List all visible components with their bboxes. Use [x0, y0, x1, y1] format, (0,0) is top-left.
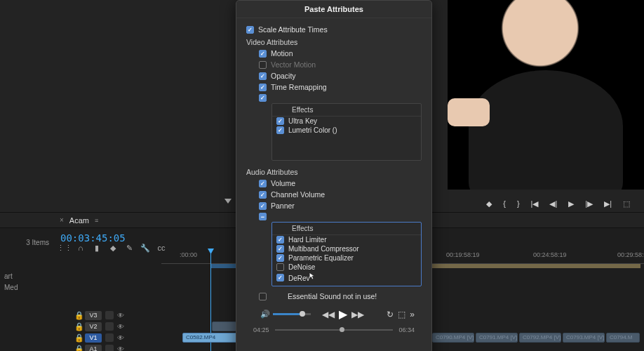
clip[interactable] — [212, 322, 236, 331]
lock-icon[interactable]: 🔒 — [74, 345, 81, 352]
effect-label: Parametric Equalizer — [288, 254, 354, 262]
track-label[interactable]: V2 — [85, 322, 102, 331]
link-icon[interactable]: ∩ — [76, 244, 85, 252]
effect-checkbox[interactable] — [276, 126, 284, 134]
play-button[interactable]: ▶ — [339, 307, 347, 321]
more-icon[interactable]: » — [410, 310, 415, 319]
clip[interactable]: C0794.M — [606, 333, 640, 343]
volume-slider[interactable]: 🔊 — [253, 310, 318, 319]
lock-icon[interactable]: 🔒 — [74, 311, 81, 320]
clip[interactable]: C0793.MP4 [V] — [563, 333, 605, 343]
dialog-title: Paste Attributes — [236, 1, 431, 18]
mute-toggle[interactable] — [105, 311, 114, 319]
eye-icon[interactable]: 👁 — [117, 334, 124, 342]
fastfwd-icon[interactable]: ▶▶ — [351, 310, 364, 319]
seek-slider[interactable] — [275, 329, 394, 331]
seek-duration: 06:34 — [398, 326, 415, 333]
clip[interactable]: C0582.MP4 — [182, 333, 237, 343]
ruler-tick: 00:24:58:19 — [533, 251, 567, 258]
essential-sound-checkbox[interactable] — [259, 293, 267, 300]
track-label[interactable]: V3 — [85, 311, 102, 320]
tab-menu-icon[interactable]: ≡ — [95, 217, 98, 224]
selection-range — [210, 264, 236, 268]
video-effects-checkbox[interactable] — [259, 94, 267, 102]
effect-label: Lumetri Color () — [288, 126, 337, 134]
program-monitor — [448, 0, 644, 190]
add-marker-icon[interactable]: ◆ — [486, 199, 492, 208]
ruler-tick: 00:19:58:19 — [446, 251, 480, 258]
panner-label: Panner — [271, 201, 295, 210]
audio-effects-checkbox[interactable] — [259, 213, 267, 220]
timeline-tools: ⋮⋮ ∩ ▮ ◆ ✎ 🔧 cc — [60, 244, 166, 252]
panner-checkbox[interactable] — [259, 202, 267, 210]
effect-checkbox[interactable] — [276, 236, 284, 244]
vector-motion-label: Vector Motion — [271, 60, 316, 69]
export-frame-icon[interactable]: ⬚ — [623, 199, 630, 208]
work-area-bar[interactable] — [430, 264, 640, 268]
settings-icon[interactable]: ✎ — [125, 244, 133, 252]
mute-toggle[interactable] — [105, 333, 114, 342]
eye-icon[interactable]: 👁 — [117, 312, 124, 319]
in-point-icon[interactable]: { — [503, 199, 506, 208]
vector-motion-checkbox[interactable] — [259, 61, 267, 69]
mute-toggle[interactable] — [105, 322, 114, 331]
volume-label: Volume — [271, 179, 295, 187]
channel-volume-checkbox[interactable] — [259, 191, 267, 199]
effect-label: Ultra Key — [288, 117, 317, 125]
seek-current: 04:25 — [253, 326, 269, 333]
video-attributes-heading: Video Attributes — [246, 35, 422, 48]
step-back-icon[interactable]: ◀| — [549, 199, 557, 208]
time-remapping-checkbox[interactable] — [259, 84, 267, 91]
opacity-label: Opacity — [271, 72, 296, 80]
video-effects-box: Effects Ultra KeyLumetri Color () — [271, 103, 422, 161]
rewind-icon[interactable]: ◀◀ — [322, 310, 335, 319]
eye-icon[interactable]: 👁 — [117, 345, 124, 352]
play-icon[interactable]: ▶ — [568, 199, 574, 208]
ruler-tick: :00:00 — [180, 251, 197, 258]
clip[interactable]: C0790.MP4 [V] — [432, 333, 474, 343]
track-a1: 🔒 A1 👁 — [55, 343, 160, 351]
pip-icon[interactable]: ⬚ — [398, 310, 405, 319]
mute-toggle[interactable] — [105, 345, 114, 351]
filter-icon[interactable] — [224, 199, 232, 204]
speaker-icon[interactable]: 🔊 — [260, 310, 270, 319]
effect-checkbox[interactable] — [276, 263, 284, 271]
video-effects-header: Effects — [292, 106, 313, 114]
loop-icon[interactable]: ↻ — [387, 310, 394, 319]
out-point-icon[interactable]: } — [517, 199, 520, 208]
volume-checkbox[interactable] — [259, 180, 267, 187]
playhead-timecode[interactable]: 00:03:45:05 — [60, 232, 166, 244]
ruler-tick: 00:29:58:04 — [617, 251, 644, 258]
snap-icon[interactable]: ⋮⋮ — [60, 244, 69, 252]
track-v3: 🔒 V3 👁 — [55, 310, 160, 321]
audio-effects-header: Effects — [292, 225, 313, 232]
channel-volume-label: Channel Volume — [271, 190, 325, 199]
wrench-icon[interactable]: 🔧 — [141, 244, 149, 252]
effect-checkbox[interactable] — [276, 245, 284, 253]
transport-controls: ◆ { } |◀ ◀| ▶ |▶ ▶| ⬚ — [434, 195, 644, 212]
goto-in-icon[interactable]: |◀ — [531, 199, 539, 208]
motion-checkbox[interactable] — [259, 50, 267, 58]
marker2-icon[interactable]: ◆ — [109, 244, 117, 252]
opacity-checkbox[interactable] — [259, 72, 267, 80]
close-tab-icon[interactable]: × — [60, 216, 64, 224]
marker-icon[interactable]: ▮ — [93, 244, 101, 252]
track-label[interactable]: V1 — [85, 333, 102, 343]
goto-out-icon[interactable]: ▶| — [604, 199, 612, 208]
effect-label: DeRev — [288, 272, 316, 282]
track-label[interactable]: A1 — [85, 345, 102, 352]
eye-icon[interactable]: 👁 — [117, 323, 124, 331]
effect-checkbox[interactable] — [276, 254, 284, 262]
effect-checkbox[interactable] — [276, 117, 284, 125]
step-fwd-icon[interactable]: |▶ — [585, 199, 593, 208]
sequence-tab[interactable]: Acam — [69, 216, 89, 225]
clip[interactable]: C0792.MP4 [V] — [519, 333, 561, 343]
scale-attribute-times-checkbox[interactable] — [246, 26, 254, 34]
effect-label: Hard Limiter — [288, 236, 326, 244]
lock-icon[interactable]: 🔒 — [74, 322, 81, 331]
scale-attribute-times-label: Scale Attribute Times — [258, 25, 328, 34]
audio-attributes-heading: Audio Attributes — [246, 165, 422, 178]
clip[interactable]: C0791.MP4 [V] — [476, 333, 518, 343]
effect-checkbox[interactable] — [276, 274, 284, 282]
lock-icon[interactable]: 🔒 — [74, 333, 81, 343]
